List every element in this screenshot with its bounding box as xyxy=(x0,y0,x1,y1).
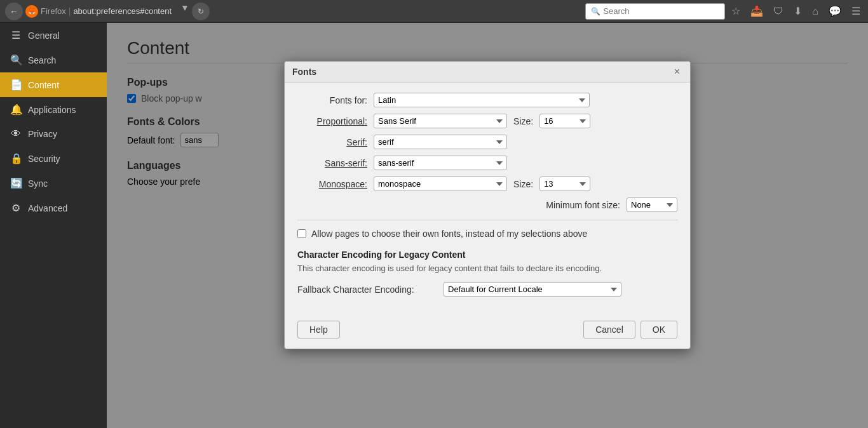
sans-serif-label: Sans-serif: xyxy=(297,158,367,168)
min-font-size-label: Minimum font size: xyxy=(546,200,620,210)
sidebar-item-content[interactable]: 📄 Content xyxy=(0,72,107,97)
search-nav-icon: 🔍 xyxy=(10,54,22,66)
dialog-divider xyxy=(297,220,677,220)
fallback-encoding-label: Fallback Character Encoding: xyxy=(297,284,437,295)
back-button[interactable]: ← xyxy=(5,3,23,20)
sans-serif-row: Sans-serif: sans-serif xyxy=(297,156,677,170)
sidebar-label-advanced: Advanced xyxy=(28,203,67,213)
fallback-encoding-select[interactable]: Default for Current Locale xyxy=(444,282,621,297)
help-button[interactable]: Help xyxy=(297,321,340,338)
browser-chrome: ← 🦊 Firefox | about:preferences#content … xyxy=(0,0,868,23)
dialog-body: Fonts for: Latin Proportional: Sans Seri… xyxy=(285,83,690,314)
advanced-icon: ⚙ xyxy=(10,202,22,214)
bookmark-icon[interactable]: ☆ xyxy=(729,4,743,18)
menu-icon[interactable]: ☰ xyxy=(849,4,863,18)
min-font-size-row: Minimum font size: None xyxy=(297,197,677,212)
footer-right-buttons: Cancel OK xyxy=(583,321,677,338)
reload-button[interactable]: ↻ xyxy=(192,3,210,20)
dropdown-arrow[interactable]: ▼ xyxy=(180,3,189,20)
nav-buttons: ← 🦊 Firefox | about:preferences#content xyxy=(5,3,172,20)
dialog-header: Fonts × xyxy=(285,62,690,83)
char-encoding-desc: This character encoding is used for lega… xyxy=(297,262,677,275)
serif-row: Serif: serif xyxy=(297,135,677,149)
sidebar-item-advanced[interactable]: ⚙ Advanced xyxy=(0,196,107,220)
sidebar: ☰ General 🔍 Search 📄 Content 🔔 Applicati… xyxy=(0,23,107,428)
monospace-size-select[interactable]: 13 xyxy=(539,177,590,191)
sidebar-label-security: Security xyxy=(28,154,60,164)
applications-icon: 🔔 xyxy=(10,104,22,116)
security-icon: 🔒 xyxy=(10,152,22,164)
sidebar-item-sync[interactable]: 🔄 Sync xyxy=(0,171,107,196)
browser-search-bar[interactable]: 🔍 xyxy=(585,3,725,20)
allow-fonts-label: Allow pages to choose their own fonts, i… xyxy=(311,228,587,241)
proportional-size-label: Size: xyxy=(513,116,533,126)
sidebar-label-applications: Applications xyxy=(28,105,76,115)
sidebar-label-privacy: Privacy xyxy=(28,129,57,139)
dialog-footer: Help Cancel OK xyxy=(285,314,690,349)
proportional-size-select[interactable]: 16 xyxy=(539,114,590,128)
monospace-select[interactable]: monospace xyxy=(374,177,507,191)
char-encoding-title: Character Encoding for Legacy Content xyxy=(297,250,677,260)
sidebar-label-general: General xyxy=(28,30,60,41)
proportional-row: Proportional: Sans Serif Size: 16 xyxy=(297,114,677,128)
sidebar-item-applications[interactable]: 🔔 Applications xyxy=(0,97,107,122)
min-font-size-select[interactable]: None xyxy=(627,197,677,212)
content-area: Content Pop-ups Block pop-up w Fonts & C… xyxy=(107,23,868,428)
general-icon: ☰ xyxy=(10,29,22,41)
dialog-overlay: Fonts × Fonts for: Latin Proportional: xyxy=(107,23,868,428)
chat-icon[interactable]: 💬 xyxy=(826,4,844,18)
shield-icon[interactable]: 🛡 xyxy=(771,4,786,18)
dialog-close-button[interactable]: × xyxy=(672,67,682,77)
download-icon[interactable]: ⬇ xyxy=(791,4,804,18)
serif-select[interactable]: serif xyxy=(374,135,507,149)
sidebar-label-sync: Sync xyxy=(28,178,48,189)
pocket-icon[interactable]: 📥 xyxy=(748,4,766,18)
monospace-label: Monospace: xyxy=(297,179,367,189)
url-divider: | xyxy=(69,6,71,17)
fallback-encoding-row: Fallback Character Encoding: Default for… xyxy=(297,282,677,297)
privacy-icon: 👁 xyxy=(10,128,22,140)
search-input[interactable] xyxy=(603,6,719,16)
toolbar-icons: ☆ 📥 🛡 ⬇ ⌂ 💬 ☰ xyxy=(729,4,863,18)
search-icon: 🔍 xyxy=(591,7,600,16)
fonts-for-row: Fonts for: Latin xyxy=(297,93,677,107)
ok-button[interactable]: OK xyxy=(641,321,677,338)
cancel-button[interactable]: Cancel xyxy=(583,321,635,338)
sidebar-item-security[interactable]: 🔒 Security xyxy=(0,146,107,171)
fonts-for-label: Fonts for: xyxy=(297,95,367,105)
proportional-select[interactable]: Sans Serif xyxy=(374,114,507,128)
proportional-label: Proportional: xyxy=(297,116,367,126)
fonts-for-select[interactable]: Latin xyxy=(374,93,590,107)
url-text: about:preferences#content xyxy=(73,6,172,16)
monospace-row: Monospace: monospace Size: 13 xyxy=(297,177,677,191)
firefox-label: Firefox xyxy=(41,6,66,16)
fonts-dialog: Fonts × Fonts for: Latin Proportional: xyxy=(284,61,691,349)
dialog-title: Fonts xyxy=(292,67,316,77)
firefox-logo: 🦊 xyxy=(25,5,38,18)
main-layout: ☰ General 🔍 Search 📄 Content 🔔 Applicati… xyxy=(0,23,868,428)
sidebar-item-search[interactable]: 🔍 Search xyxy=(0,48,107,72)
serif-label: Serif: xyxy=(297,137,367,147)
allow-fonts-row: Allow pages to choose their own fonts, i… xyxy=(297,228,677,241)
sync-icon: 🔄 xyxy=(10,177,22,189)
home-icon[interactable]: ⌂ xyxy=(810,4,821,18)
content-icon: 📄 xyxy=(10,79,22,91)
sidebar-label-search: Search xyxy=(28,55,56,65)
sidebar-item-general[interactable]: ☰ General xyxy=(0,23,107,48)
sidebar-item-privacy[interactable]: 👁 Privacy xyxy=(0,122,107,146)
sans-serif-select[interactable]: sans-serif xyxy=(374,156,507,170)
monospace-size-label: Size: xyxy=(513,179,533,189)
sidebar-label-content: Content xyxy=(28,80,59,90)
allow-fonts-checkbox[interactable] xyxy=(297,229,306,238)
